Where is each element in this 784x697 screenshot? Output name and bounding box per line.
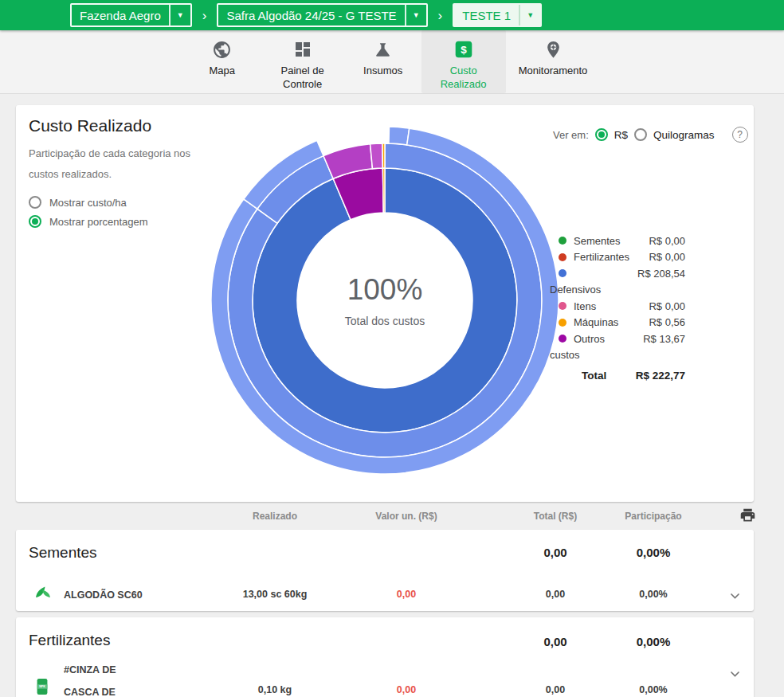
legend-value: R$ 208,54	[637, 268, 685, 280]
radio-quilogramas[interactable]	[634, 128, 647, 141]
legend-label: Sementes	[574, 235, 649, 247]
seed-icon	[33, 584, 53, 606]
legend-value: R$ 222,77	[636, 370, 685, 382]
tab-label: Painel de Controle	[267, 64, 339, 91]
chevron-down-icon[interactable]	[727, 585, 743, 606]
column-header-valor-un: Valor un. (R$)	[351, 511, 462, 522]
legend-value: R$ 13,67	[643, 333, 685, 345]
section-title: Fertilizantes	[29, 632, 110, 649]
tab-label: Custo Realizado	[428, 64, 500, 91]
legend-label: Itens	[574, 300, 649, 312]
svg-text:$: $	[461, 44, 467, 56]
sunburst-segment-subcategories[interactable]	[370, 143, 383, 169]
legend-dot-icon	[559, 269, 566, 277]
legend-value: R$ 0,00	[649, 300, 685, 312]
plot-selector[interactable]: TESTE 1 ▼	[453, 3, 542, 27]
legend-row: custos	[550, 347, 685, 364]
legend-dot-icon	[559, 335, 566, 343]
legend-label: Outros	[574, 333, 643, 345]
legend-row: MáquinasR$ 0,56	[550, 315, 685, 331]
legend-label: Fertilizantes	[574, 251, 649, 263]
help-icon[interactable]: ?	[732, 127, 748, 143]
app-header: Fazenda Aegro ▼ › Safra Algodão 24/25 - …	[0, 0, 784, 30]
section-participation: 0,00%	[598, 635, 709, 648]
svg-text:NPK: NPK	[39, 685, 45, 688]
section-fertilizantes: Fertilizantes 0,00 0,00% NPK #CINZA DE C…	[16, 617, 754, 697]
page-title: Custo Realizado	[29, 116, 151, 135]
legend-row: ItensR$ 0,00	[550, 298, 685, 315]
tab-monitoramento[interactable]: Monitoramento	[512, 30, 594, 93]
panel-subtitle: Participação de cada categoria nos custo…	[29, 143, 208, 185]
tab-mapa[interactable]: Mapa	[190, 30, 254, 93]
legend-value: R$ 0,56	[649, 316, 685, 328]
legend-label: custos	[550, 349, 685, 361]
radio-icon[interactable]	[29, 215, 41, 228]
sunburst-segment-subcategories[interactable]	[382, 143, 385, 168]
legend-label: Total	[550, 370, 636, 382]
globe-icon	[212, 37, 232, 61]
cell-valor-un[interactable]: 0,00	[351, 589, 462, 600]
tab-painel-de-controle[interactable]: Painel de Controle	[261, 30, 345, 93]
radio-label: R$	[614, 129, 628, 141]
radio-label: Mostrar custo/ha	[49, 197, 127, 209]
dashboard-icon	[293, 37, 312, 61]
tab-insumos[interactable]: Insumos	[351, 30, 415, 93]
section-participation: 0,00%	[598, 546, 709, 559]
legend-value: R$ 0,00	[649, 235, 685, 247]
column-header-participacao: Participação	[598, 511, 709, 522]
farm-selector-label: Fazenda Aegro	[72, 5, 169, 25]
legend-row: SementesR$ 0,00	[550, 233, 685, 249]
chevron-down-icon[interactable]: ▼	[169, 5, 190, 25]
chevron-down-icon[interactable]	[727, 664, 743, 684]
cell-realizado: 13,00 sc 60kg	[207, 589, 343, 600]
legend-dot-icon	[559, 319, 566, 327]
sunburst-segment-categories[interactable]	[382, 168, 385, 213]
chevron-down-icon[interactable]: ▼	[405, 5, 426, 25]
radio-mostrar-custo-ha[interactable]: Mostrar custo/ha	[29, 196, 148, 209]
tab-label: Insumos	[363, 64, 402, 77]
costs-table-header: Realizado Valor un. (R$) Total (R$) Part…	[16, 502, 754, 530]
legend-dot-icon	[559, 253, 566, 261]
radio-mostrar-porcentagem[interactable]: Mostrar porcentagem	[29, 215, 148, 228]
sunburst-segment-items[interactable]	[389, 127, 410, 145]
radio-label: Quilogramas	[653, 129, 715, 141]
pin-gear-icon	[543, 37, 563, 61]
section-tabs: Mapa Painel de Controle Insumos $ Custo …	[0, 30, 784, 94]
view-in-group: Ver em: R$ Quilogramas ?	[553, 127, 748, 143]
season-selector[interactable]: Safra Algodão 24/25 - G TESTE ▼	[217, 3, 427, 27]
item-name: #CINZA DE CASCA DE	[64, 659, 151, 697]
cell-participacao: 0,00%	[598, 684, 709, 695]
flask-icon	[373, 37, 393, 61]
farm-selector[interactable]: Fazenda Aegro ▼	[70, 3, 192, 27]
legend-label: Defensivos	[550, 284, 685, 296]
legend-dot-icon	[559, 237, 566, 245]
season-selector-label: Safra Algodão 24/25 - G TESTE	[218, 5, 404, 25]
table-row[interactable]: NPK #CINZA DE CASCA DE 0,10 kg 0,00 0,00…	[16, 659, 754, 697]
sunburst-chart[interactable]	[210, 125, 560, 476]
cell-valor-un[interactable]: 0,00	[351, 684, 462, 695]
chevron-down-icon[interactable]: ▼	[519, 5, 540, 25]
legend-dot-icon	[559, 302, 566, 310]
tab-label: Mapa	[209, 64, 235, 77]
table-row[interactable]: ALGODÃO SC60 13,00 sc 60kg 0,00 0,00 0,0…	[16, 582, 754, 611]
radio-icon[interactable]	[29, 196, 41, 209]
legend-label: Máquinas	[574, 316, 649, 328]
cell-participacao: 0,00%	[598, 589, 709, 600]
cell-realizado: 0,10 kg	[207, 684, 343, 695]
legend-row: R$ 208,54	[550, 265, 685, 282]
breadcrumb-separator-icon: ›	[438, 9, 443, 22]
chart-legend: SementesR$ 0,00FertilizantesR$ 0,00R$ 20…	[550, 233, 685, 384]
plot-selector-label: TESTE 1	[454, 5, 519, 25]
breadcrumb-separator-icon: ›	[202, 9, 207, 22]
legend-row: OutrosR$ 13,67	[550, 331, 685, 347]
dollar-icon: $	[453, 37, 474, 61]
radio-rs[interactable]	[595, 128, 608, 141]
legend-row: TotalR$ 222,77	[550, 367, 685, 384]
section-sementes: Sementes 0,00 0,00% ALGODÃO SC60 13,00 s…	[16, 530, 754, 611]
printer-icon[interactable]	[739, 507, 760, 526]
item-name: ALGODÃO SC60	[64, 584, 183, 606]
tab-custo-realizado[interactable]: $ Custo Realizado	[421, 30, 506, 93]
legend-row: FertilizantesR$ 0,00	[550, 249, 685, 266]
column-header-realizado: Realizado	[207, 511, 343, 522]
display-mode-group: Mostrar custo/ha Mostrar porcentagem	[29, 196, 148, 228]
